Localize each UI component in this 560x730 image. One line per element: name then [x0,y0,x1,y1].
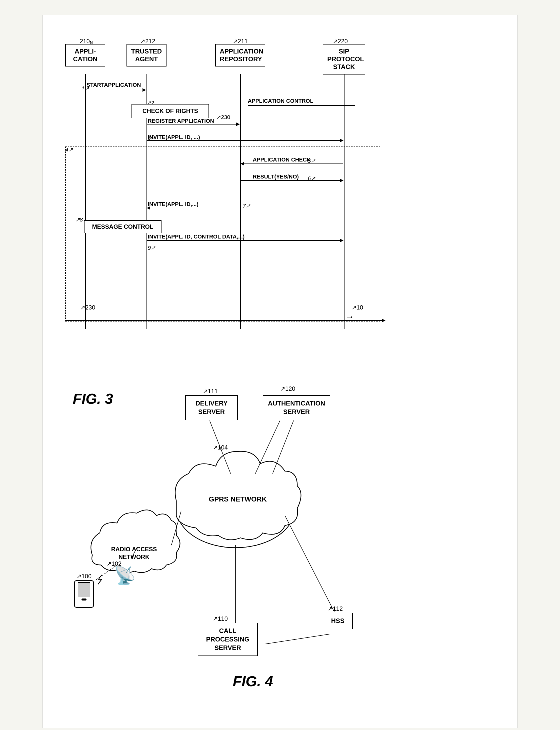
arrow-7 [147,208,239,208]
hss-box: HSS [323,613,353,629]
ref-212: ↗212 [140,38,155,45]
arrow-5 [241,163,343,164]
svg-point-4 [181,473,290,543]
ref-100: ↗100 [77,573,91,580]
ref-111: ↗111 [203,388,218,395]
label-invite3: INVITE(APPL. ID, CONTROL DATA,...) [148,233,245,240]
network-diagram: FIG. 3 FIG. 4 ↗111 DELIVERYSERVER ↗120 A… [58,375,502,713]
step-10-num: ↗10 [351,304,363,311]
page: 210N ↗212 ↗211 ↗220 APPLI-CATION TRUSTED… [43,15,517,728]
radio-label: RADIO ACCESSNETWORK [101,545,167,561]
entity-trusted-agent: TRUSTEDAGENT [127,44,167,67]
ref-211: ↗211 [233,38,248,45]
step-6-num: 6↗ [308,175,315,182]
auth-server-box: AUTHENTICATIONSERVER [263,395,330,420]
app-control-line-top [248,105,355,106]
step-8-num: ↗8 [75,217,83,223]
arrow-9 [147,240,343,241]
network-svg [58,375,502,713]
ref-104: ↗104 [213,444,228,451]
ref-120: ↗120 [280,385,295,392]
svg-line-16 [265,634,329,644]
svg-point-7 [211,466,260,491]
entity-application: APPLI-CATION [65,44,105,67]
label-startapp: STARTAPPLICATION [87,82,141,88]
ref-220: ↗220 [333,38,348,45]
call-processing-box: CALLPROCESSINGSERVER [198,623,258,656]
entity-sip: SIPPROTOCOLSTACK [323,44,365,75]
label-invite2: INVITE(APPL. ID,...) [148,201,199,207]
entity-app-repo: APPLICATIONREPOSITORY [215,44,265,67]
ref-230-bot: ↗230 [80,304,95,311]
label-register: REGISTER APPLICATION [148,118,214,124]
tower-icon: 📡 [114,565,136,586]
svg-line-11 [171,511,181,545]
app-control-label: APPLICATION CONTROL [248,98,313,104]
fig3-label: FIG. 3 [73,390,113,407]
step-4-num: 4↗ [65,147,73,153]
ref-110: ↗110 [213,615,228,622]
phone-device [74,580,94,608]
bottom-line [65,320,380,321]
step-7-num: 7↗ [243,203,250,209]
label-result: RESULT(YES/NO) [253,173,299,180]
svg-point-0 [176,469,295,548]
bottom-arrow [373,320,385,321]
sequence-diagram: 210N ↗212 ↗211 ↗220 APPLI-CATION TRUSTED… [58,30,502,355]
ref-112: ↗112 [328,605,343,612]
message-control-box: MESSAGE CONTROL [84,220,161,233]
delivery-server-box: DELIVERYSERVER [185,395,238,420]
gprs-label: GPRS NETWORK [208,495,268,503]
label-invite1: INVITE(APPL. ID, ...) [148,134,200,141]
arrow-6 [241,180,343,181]
svg-line-10 [255,421,280,473]
fig4-label: FIG. 4 [233,673,273,689]
check-of-rights-box: CHECK OF RIGHTS [131,104,209,118]
app-control-line-right [344,74,345,106]
ref-230-top: ↗230 [217,114,230,121]
svg-line-15 [285,515,335,612]
svg-line-9 [273,421,293,473]
step-9-num: 9↗ [148,245,155,251]
label-appcheck: APPLICATION CHECK [253,157,311,163]
svg-point-3 [206,461,265,496]
arrow-1 [86,90,146,90]
